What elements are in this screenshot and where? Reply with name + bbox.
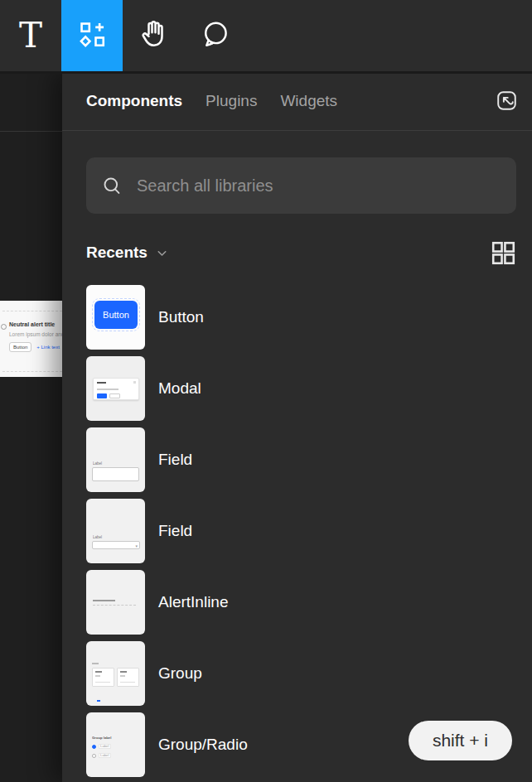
alert-bottom-divider [2, 371, 62, 372]
thumb-input [92, 467, 139, 481]
chevron-down-icon[interactable] [155, 246, 169, 260]
component-thumbnail: Button [86, 285, 145, 350]
component-label: AlertInline [158, 593, 229, 611]
thumb-select: ▾ [92, 541, 140, 549]
component-thumbnail: Label ▾ [86, 499, 145, 563]
tab-plugins[interactable]: Plugins [206, 92, 257, 110]
info-icon [1, 324, 7, 330]
search-bar [86, 157, 516, 214]
hand-tool[interactable] [123, 0, 184, 71]
thumb-radio-option: Label [99, 744, 110, 749]
alert-actions: Button + Link text [9, 342, 60, 352]
text-tool[interactable]: T [0, 0, 61, 71]
pop-out-button[interactable] [495, 89, 519, 113]
component-item-field[interactable]: Label Field [86, 427, 516, 492]
canvas[interactable]: Neutral alert title Lorem ipsum dolor an… [0, 71, 62, 782]
grid-view-icon [491, 240, 516, 266]
component-thumbnail [86, 570, 145, 635]
thumb-modal [93, 378, 139, 400]
assets-icon [77, 19, 108, 53]
toolbar-divider [0, 71, 532, 74]
comment-tool[interactable] [184, 0, 245, 71]
component-label: Modal [158, 379, 201, 398]
component-list: Button Button Modal Label Field [86, 285, 516, 782]
thumb-button: Button [94, 301, 138, 329]
alert-top-divider [2, 311, 62, 311]
alert-link[interactable]: + Link text [36, 345, 60, 350]
component-thumbnail [86, 641, 145, 706]
comment-icon [200, 19, 230, 53]
canvas-alert-component[interactable]: Neutral alert title Lorem ipsum dolor an… [0, 301, 62, 377]
thumb-radio-option: Label [99, 753, 110, 758]
radio-unchecked-icon [92, 754, 96, 758]
tab-components[interactable]: Components [86, 92, 182, 110]
component-label: Field [158, 451, 192, 469]
thumb-group-accent [97, 700, 100, 702]
toolbar: T [0, 0, 532, 71]
thumb-group-card [92, 668, 114, 687]
tab-widgets[interactable]: Widgets [280, 92, 337, 110]
recents-dropdown[interactable]: Recents [86, 244, 148, 262]
search-input[interactable] [137, 176, 501, 196]
radio-checked-icon [92, 745, 96, 749]
panel-tabs: Components Plugins Widgets [62, 71, 532, 131]
components-panel: Components Plugins Widgets Recents [62, 71, 532, 782]
thumb-group-card [117, 668, 139, 687]
alert-button[interactable]: Button [9, 342, 31, 352]
alert-title: Neutral alert title [9, 321, 55, 327]
recents-header: Recents [86, 239, 516, 266]
component-label: Field [158, 522, 192, 540]
component-item-button[interactable]: Button Button [86, 285, 516, 350]
assets-tool[interactable] [61, 0, 123, 71]
component-item-modal[interactable]: Modal [86, 356, 516, 421]
thumb-field-label: Label [93, 535, 102, 539]
component-label: Button [158, 308, 204, 326]
component-thumbnail [86, 356, 145, 421]
hand-icon [137, 17, 170, 54]
thumb-field-label: Label [93, 461, 102, 466]
component-item-group[interactable]: Group [86, 641, 516, 706]
canvas-frame-edge [0, 131, 62, 132]
text-tool-icon: T [19, 18, 42, 53]
thumb-select-chevron-icon: ▾ [135, 543, 138, 548]
grid-view-button[interactable] [491, 240, 516, 266]
thumb-group-caption [92, 663, 99, 664]
component-item-alertinline[interactable]: AlertInline [86, 570, 516, 635]
thumb-alert-title-line [93, 600, 115, 601]
component-item-field-select[interactable]: Label ▾ Field [86, 499, 516, 563]
component-thumbnail: Group label Label Label [86, 712, 145, 777]
open-in-window-icon [495, 89, 519, 113]
thumb-alert-body-line [93, 605, 136, 606]
shortcut-hint: shift + i [409, 721, 512, 760]
search-icon [101, 175, 123, 197]
component-thumbnail: Label [86, 427, 145, 492]
alert-body: Lorem ipsum dolor and consec [9, 331, 62, 337]
component-label: Group/Radio [158, 736, 248, 754]
thumb-radio-group-label: Group label [92, 736, 111, 739]
component-label: Group [158, 664, 202, 683]
